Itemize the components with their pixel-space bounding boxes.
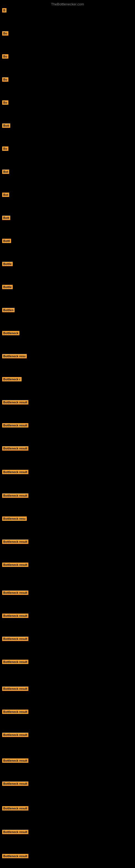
badge-item: Bottleneck r [2,377,21,382]
badge-item: Bottleneck result [2,590,28,596]
badge-item: Bottleneck result [2,539,28,545]
badge-item: Bottleneck resu [2,354,27,360]
badge-label: Bottleneck result [2,660,28,664]
badge-item: Bott [2,123,10,129]
badge-item: Bottleneck result [2,660,28,665]
badge-item: Bottl [2,239,11,244]
badge-label: Bottle [2,262,13,266]
badge-label: Bottleneck result [2,539,28,544]
badge-item: Bottleneck result [2,423,28,429]
badge-item: Bo [2,100,8,106]
badge-item: Bottlen [2,308,14,313]
badge-label: Bot [2,169,9,174]
badge-item: Bottleneck [2,331,19,336]
badge-label: Bottl [2,239,11,243]
badge-item: Bo [2,54,8,60]
badge-label: Bottleneck resu [2,354,27,358]
badge-label: Bo [2,77,8,82]
badge-label: Bottleneck r [2,377,21,381]
badge-item: Bottleneck result [2,563,28,568]
badge-item: Bottleneck result [2,637,28,642]
badge-label: Bo [2,54,8,59]
badge-label: Bot [2,193,9,197]
badge-item: Bottleneck result [2,686,28,692]
badge-item: Bottle [2,285,13,290]
badge-label: Bottleneck result [2,614,28,618]
badge-item: Bot [2,193,9,198]
badge-label: Bottleneck result [2,758,28,763]
badge-label: Bottleneck result [2,830,28,834]
badge-label: Bottleneck result [2,563,28,567]
badge-label: Bo [2,31,8,35]
badge-label: Bottleneck result [2,493,28,498]
badge-item: Bott [2,216,10,221]
badge-label: Bo [2,100,8,105]
badge-item: Bottleneck result [2,781,28,787]
badge-item: B [2,8,6,13]
badge-label: Bottleneck result [2,446,28,451]
badge-item: Bottleneck result [2,733,28,738]
badge-item: Bot [2,169,9,175]
badge-label: Bottleneck result [2,781,28,786]
badge-item: Bottleneck result [2,710,28,715]
badge-label: Bo [2,147,8,151]
badge-item: Bottleneck result [2,446,28,452]
badge-item: Bottleneck result [2,400,28,405]
badge-label: Bottleneck [2,331,19,335]
badge-label: Bottleneck result [2,733,28,737]
badge-item: Bottleneck result [2,493,28,499]
badge-label: Bottlen [2,308,14,312]
badge-label: Bott [2,123,10,128]
badge-label: Bottleneck result [2,686,28,691]
badge-item: Bo [2,147,8,152]
badge-label: Bottleneck result [2,423,28,428]
badge-item: Bottleneck result [2,470,28,475]
badge-label: Bottleneck result [2,710,28,714]
badge-label: Bottleneck result [2,806,28,810]
badge-item: Bo [2,31,8,37]
badge-label: Bottleneck result [2,470,28,474]
badge-item: Bottleneck result [2,614,28,619]
badge-item: Bottleneck result [2,830,28,835]
badge-item: Bottleneck result [2,806,28,812]
badge-label: Bottleneck result [2,854,28,858]
badge-label: Bottleneck resu [2,517,27,521]
badge-item: Bottle [2,262,13,267]
badge-label: B [2,8,6,12]
site-title: TheBottlenecker.com [51,2,84,6]
badge-label: Bott [2,216,10,220]
badge-label: Bottleneck result [2,400,28,404]
badge-item: Bottleneck result [2,758,28,764]
badge-label: Bottleneck result [2,637,28,641]
badge-item: Bottleneck result [2,854,28,859]
badge-item: Bo [2,77,8,83]
badge-item: Bottleneck resu [2,517,27,522]
badge-label: Bottleneck result [2,590,28,595]
badge-label: Bottle [2,285,13,289]
